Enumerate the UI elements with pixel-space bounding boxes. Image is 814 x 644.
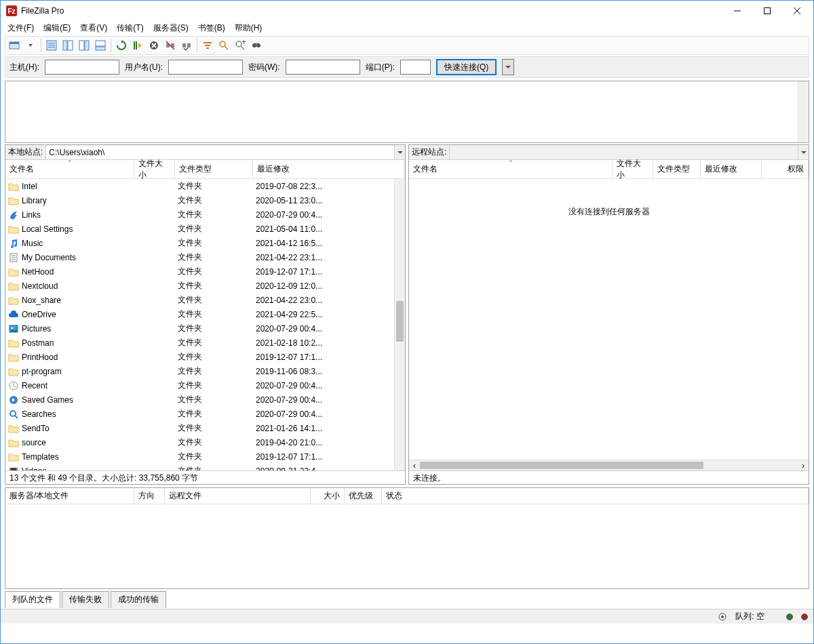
disconnect-icon[interactable]	[163, 38, 178, 53]
process-queue-icon[interactable]	[130, 38, 145, 53]
local-path-dropdown[interactable]	[394, 146, 405, 159]
col-name[interactable]: 文件名⌃	[5, 160, 134, 178]
file-modified: 2019-12-07 17:1...	[256, 452, 394, 462]
menu-help[interactable]: 帮助(H)	[231, 21, 267, 35]
local-path-input[interactable]	[45, 146, 394, 159]
sort-asc-icon: ⌃	[508, 159, 513, 166]
remote-hscrollbar[interactable]: ‹ ›	[409, 460, 809, 470]
list-item[interactable]: Local Settings文件夹2021-05-04 11:0...	[5, 222, 394, 236]
compare-icon[interactable]	[216, 38, 231, 53]
svg-rect-14	[96, 41, 105, 46]
refresh-icon[interactable]	[114, 38, 129, 53]
qcol-status[interactable]: 状态	[382, 488, 809, 504]
col-modified[interactable]: 最近修改	[253, 160, 405, 178]
list-item[interactable]: Music文件夹2021-04-12 16:5...	[5, 236, 394, 250]
list-item[interactable]: Nox_share文件夹2021-04-22 23:0...	[5, 293, 394, 307]
qcol-remote[interactable]: 远程文件	[165, 488, 311, 504]
quickconnect-button[interactable]: 快速连接(Q)	[436, 59, 497, 75]
video-icon	[8, 466, 19, 471]
window-title: FileZilla Pro	[21, 6, 722, 16]
col-modified[interactable]: 最近修改	[701, 160, 762, 178]
site-manager-dropdown-icon[interactable]	[23, 38, 38, 53]
remote-file-list[interactable]: 没有连接到任何服务器	[409, 179, 809, 460]
list-item[interactable]: Library文件夹2020-05-11 23:0...	[5, 193, 394, 207]
menu-edit[interactable]: 编辑(E)	[39, 21, 75, 35]
menu-view[interactable]: 查看(V)	[76, 21, 111, 35]
file-type: 文件夹	[178, 195, 256, 206]
list-item[interactable]: Postman文件夹2021-02-18 10:2...	[5, 336, 394, 350]
separator	[41, 39, 41, 52]
sync-browse-icon[interactable]: +	[233, 38, 248, 53]
remote-path-dropdown[interactable]	[798, 146, 809, 159]
message-log[interactable]	[5, 81, 809, 143]
col-name[interactable]: 文件名⌃	[409, 160, 613, 178]
toggle-log-icon[interactable]	[44, 38, 59, 53]
qcol-direction[interactable]: 方向	[134, 488, 165, 504]
file-modified: 2020-07-29 00:4...	[256, 409, 394, 419]
list-item[interactable]: My Documents文件夹2021-04-22 23:1...	[5, 250, 394, 264]
menu-file[interactable]: 文件(F)	[3, 21, 38, 35]
list-item[interactable]: OneDrive文件夹2021-04-29 22:5...	[5, 307, 394, 321]
quickconnect-dropdown[interactable]	[502, 59, 514, 75]
svg-line-46	[15, 416, 18, 418]
toggle-queue-icon[interactable]	[93, 38, 108, 53]
reconnect-icon[interactable]	[179, 38, 194, 53]
minimize-button[interactable]	[722, 1, 752, 20]
status-queue-icon	[718, 613, 727, 621]
list-item[interactable]: Intel文件夹2019-07-08 22:3...	[5, 179, 394, 193]
local-file-list[interactable]: Intel文件夹2019-07-08 22:3...Library文件夹2020…	[5, 179, 405, 470]
list-item[interactable]: pt-program文件夹2019-11-06 08:3...	[5, 364, 394, 378]
list-item[interactable]: Links文件夹2020-07-29 00:4...	[5, 207, 394, 222]
local-site-label: 本地站点:	[5, 146, 45, 158]
col-type[interactable]: 文件类型	[175, 160, 253, 178]
qcol-priority[interactable]: 优先级	[345, 488, 382, 504]
list-item[interactable]: source文件夹2019-04-20 21:0...	[5, 435, 394, 449]
folder-icon	[8, 352, 19, 363]
user-input[interactable]	[168, 60, 243, 75]
queue-body[interactable]	[5, 504, 809, 588]
menu-transfer[interactable]: 传输(T)	[113, 21, 147, 35]
toggle-remote-tree-icon[interactable]	[77, 38, 92, 53]
cancel-icon[interactable]	[147, 38, 161, 53]
list-item[interactable]: Searches文件夹2020-07-29 00:4...	[5, 407, 394, 421]
maximize-button[interactable]	[752, 1, 782, 20]
col-size[interactable]: 文件大小	[613, 160, 653, 178]
list-item[interactable]: NetHood文件夹2019-12-07 17:1...	[5, 264, 394, 279]
col-perm[interactable]: 权限	[762, 160, 809, 178]
list-item[interactable]: Nextcloud文件夹2020-12-09 12:0...	[5, 279, 394, 293]
file-name: Templates	[22, 452, 137, 462]
file-modified: 2020-09-21 22:4...	[256, 466, 394, 471]
pass-input[interactable]	[286, 60, 360, 75]
list-item[interactable]: SendTo文件夹2021-01-26 14:1...	[5, 421, 394, 435]
list-item[interactable]: Videos文件夹2020-09-21 22:4...	[5, 464, 394, 470]
local-vscrollbar[interactable]	[394, 179, 405, 470]
col-type[interactable]: 文件类型	[653, 160, 701, 178]
folder-icon	[8, 451, 19, 462]
qcol-server[interactable]: 服务器/本地文件	[5, 488, 134, 504]
scroll-right-icon[interactable]: ›	[798, 460, 809, 470]
tab-failed[interactable]: 传输失败	[62, 591, 109, 608]
col-size[interactable]: 文件大小	[134, 160, 175, 178]
tab-success[interactable]: 成功的传输	[111, 591, 166, 608]
close-button[interactable]	[782, 1, 812, 20]
filter-icon[interactable]	[200, 38, 215, 53]
search-icon[interactable]	[249, 38, 264, 53]
remote-path-input[interactable]	[449, 146, 798, 159]
site-manager-icon[interactable]	[7, 38, 22, 53]
file-type: 文件夹	[178, 337, 256, 348]
quickconnect-bar: 主机(H): 用户名(U): 密码(W): 端口(P): 快速连接(Q)	[5, 56, 809, 78]
list-item[interactable]: Pictures文件夹2020-07-29 00:4...	[5, 321, 394, 336]
tab-queued[interactable]: 列队的文件	[5, 591, 60, 608]
list-item[interactable]: PrintHood文件夹2019-12-07 17:1...	[5, 350, 394, 364]
scroll-left-icon[interactable]: ‹	[409, 460, 420, 470]
menu-bookmark[interactable]: 书签(B)	[194, 21, 229, 35]
log-scrollbar[interactable]	[798, 81, 809, 142]
menu-server[interactable]: 服务器(S)	[149, 21, 193, 35]
list-item[interactable]: Templates文件夹2019-12-07 17:1...	[5, 449, 394, 464]
host-input[interactable]	[45, 60, 119, 75]
qcol-size[interactable]: 大小	[311, 488, 345, 504]
list-item[interactable]: Saved Games文件夹2020-07-29 00:4...	[5, 393, 394, 407]
list-item[interactable]: Recent文件夹2020-07-29 00:4...	[5, 378, 394, 393]
port-input[interactable]	[400, 60, 431, 75]
toggle-local-tree-icon[interactable]	[60, 38, 75, 53]
